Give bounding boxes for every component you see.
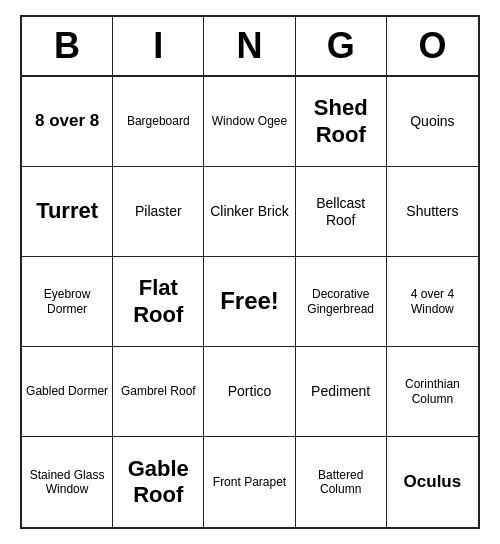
cell-text: Quoins	[410, 113, 454, 130]
bingo-cell: Clinker Brick	[204, 167, 295, 257]
cell-text: 4 over 4 Window	[391, 287, 474, 316]
cell-text: Gable Roof	[117, 456, 199, 509]
bingo-header: BINGO	[22, 17, 478, 77]
bingo-cell: 4 over 4 Window	[387, 257, 478, 347]
bingo-cell: Portico	[204, 347, 295, 437]
cell-text: Oculus	[404, 472, 462, 492]
cell-text: Flat Roof	[117, 275, 199, 328]
header-letter: N	[204, 17, 295, 75]
bingo-cell: Bargeboard	[113, 77, 204, 167]
cell-text: Bargeboard	[127, 114, 190, 128]
cell-text: Pediment	[311, 383, 370, 400]
bingo-cell: Corinthian Column	[387, 347, 478, 437]
bingo-cell: Quoins	[387, 77, 478, 167]
bingo-cell: Front Parapet	[204, 437, 295, 527]
header-letter: B	[22, 17, 113, 75]
header-letter: G	[296, 17, 387, 75]
cell-text: Window Ogee	[212, 114, 287, 128]
bingo-card: BINGO 8 over 8BargeboardWindow OgeeShed …	[20, 15, 480, 529]
cell-text: Shutters	[406, 203, 458, 220]
bingo-cell: Eyebrow Dormer	[22, 257, 113, 347]
bingo-cell: Gable Roof	[113, 437, 204, 527]
bingo-cell: Bellcast Roof	[296, 167, 387, 257]
cell-text: Eyebrow Dormer	[26, 287, 108, 316]
cell-text: Front Parapet	[213, 475, 286, 489]
header-letter: O	[387, 17, 478, 75]
bingo-cell: Pilaster	[113, 167, 204, 257]
cell-text: Free!	[220, 287, 279, 316]
bingo-cell: Gambrel Roof	[113, 347, 204, 437]
bingo-cell: Decorative Gingerbread	[296, 257, 387, 347]
bingo-cell: Turret	[22, 167, 113, 257]
cell-text: Battered Column	[300, 468, 382, 497]
cell-text: 8 over 8	[35, 111, 99, 131]
bingo-cell: Flat Roof	[113, 257, 204, 347]
header-letter: I	[113, 17, 204, 75]
bingo-cell: Battered Column	[296, 437, 387, 527]
bingo-grid: 8 over 8BargeboardWindow OgeeShed RoofQu…	[22, 77, 478, 527]
bingo-cell: Shutters	[387, 167, 478, 257]
cell-text: Gambrel Roof	[121, 384, 196, 398]
cell-text: Shed Roof	[300, 95, 382, 148]
bingo-cell: Gabled Dormer	[22, 347, 113, 437]
cell-text: Bellcast Roof	[300, 195, 382, 229]
cell-text: Corinthian Column	[391, 377, 474, 406]
bingo-cell: Window Ogee	[204, 77, 295, 167]
bingo-cell: Oculus	[387, 437, 478, 527]
bingo-cell: 8 over 8	[22, 77, 113, 167]
cell-text: Turret	[36, 198, 98, 224]
cell-text: Clinker Brick	[210, 203, 289, 220]
cell-text: Portico	[228, 383, 272, 400]
bingo-cell: Pediment	[296, 347, 387, 437]
cell-text: Decorative Gingerbread	[300, 287, 382, 316]
cell-text: Stained Glass Window	[26, 468, 108, 497]
bingo-cell: Stained Glass Window	[22, 437, 113, 527]
cell-text: Gabled Dormer	[26, 384, 108, 398]
cell-text: Pilaster	[135, 203, 182, 220]
bingo-cell: Free!	[204, 257, 295, 347]
bingo-cell: Shed Roof	[296, 77, 387, 167]
